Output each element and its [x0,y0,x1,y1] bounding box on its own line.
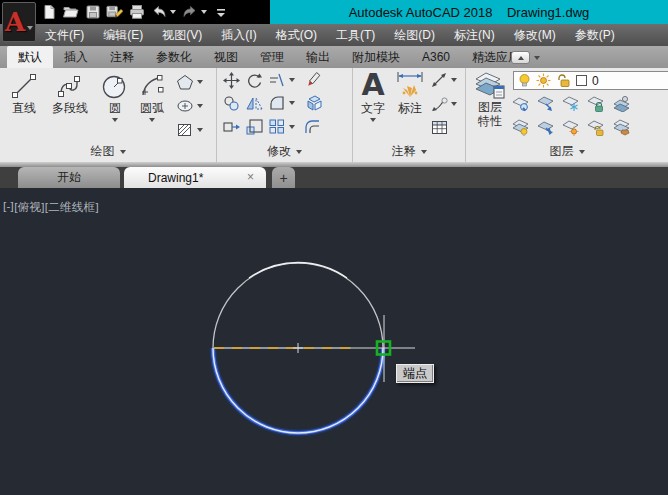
leader-tool[interactable] [431,96,457,112]
layer-freeze-tool[interactable] [561,95,580,112]
menu-parametric[interactable]: 参数(P) [575,27,615,44]
menu-format[interactable]: 格式(O) [276,27,317,44]
tab-insert[interactable]: 插入 [53,46,99,68]
new-drawing-tab-button[interactable]: + [272,167,295,188]
close-drawing-tab-button[interactable]: × [247,170,254,184]
layer-unlock-all-tool[interactable] [586,119,605,136]
panel-layers-label-button[interactable]: 图层 [466,144,668,159]
arc-tool[interactable]: 圆弧 [134,72,170,122]
linear-dimension-tool[interactable] [431,72,457,88]
tab-parametric[interactable]: 参数化 [145,46,203,68]
array-dropdown-icon[interactable] [289,125,295,129]
undo-button[interactable] [150,4,167,21]
layer-walk-tool[interactable] [612,119,631,136]
explode-tool[interactable] [303,94,323,112]
file-tab-drawing1[interactable]: Drawing1* × [124,167,266,188]
scale-tool[interactable] [246,119,263,135]
menu-dimension[interactable]: 标注(N) [454,27,495,44]
arc-dropdown-icon[interactable] [149,118,155,122]
array-tool[interactable] [269,119,285,134]
undo-dropdown-caret-icon[interactable] [170,10,176,14]
viewport-style-control[interactable]: [二维线框] [45,200,99,215]
menu-file[interactable]: 文件(F) [45,27,84,44]
layer-make-current-tool[interactable] [612,95,631,112]
panel-draw-label-button[interactable]: 绘图 [0,144,216,159]
redo-dropdown-caret-icon[interactable] [201,10,207,14]
panel-modify: 修改 [217,68,353,162]
trim-tool[interactable] [269,73,285,87]
layer-thaw-all-tool[interactable] [561,119,580,136]
layer-lock-tool[interactable] [586,95,605,112]
drawing-canvas[interactable]: [-] [俯视] [二维线框] 端点 [0,188,668,495]
layer-properties-tool[interactable]: 图层 特性 [470,70,510,128]
ribbon-collapse-button[interactable] [511,51,530,64]
ellipse-tool[interactable] [176,98,203,114]
fillet-dropdown-icon[interactable] [289,101,295,105]
plot-button[interactable] [128,4,145,21]
erase-tool[interactable] [303,71,323,89]
mirror-tool[interactable] [246,95,263,111]
circle-tool[interactable]: 圆 [98,72,132,122]
ellipse-dropdown-icon[interactable] [197,104,203,108]
layer-unisolate-tool[interactable] [536,119,555,136]
stretch-tool[interactable] [223,119,240,134]
offset-tool[interactable] [303,118,323,135]
viewport-pane-control[interactable]: [-] [3,200,14,215]
tab-a360[interactable]: A360 [411,46,461,68]
polygon-dropdown-icon[interactable] [197,80,203,84]
tab-annotate[interactable]: 注释 [99,46,145,68]
hatch-dropdown-icon[interactable] [197,128,203,132]
linear-dimension-dropdown-icon[interactable] [451,78,457,82]
layer-dropdown[interactable]: 0 [513,71,668,90]
menu-tools[interactable]: 工具(T) [336,27,375,44]
redo-button[interactable] [181,4,198,21]
new-drawing-button[interactable] [40,4,57,21]
drawing1-tab-label: Drawing1* [148,171,203,185]
customize-qat-button[interactable] [212,4,229,21]
application-menu-button[interactable]: A [2,2,36,42]
save-button[interactable] [84,4,101,21]
menu-view[interactable]: 视图(V) [162,27,202,44]
panel-annotate-label-button[interactable]: 注释 [353,144,465,159]
text-dropdown-icon[interactable] [370,118,376,122]
polyline-icon [56,72,84,100]
circle-entity-top-arc[interactable] [213,263,383,348]
menu-draw[interactable]: 绘图(D) [394,27,435,44]
copy-tool[interactable] [223,95,240,112]
layer-isolate-tool[interactable] [536,95,555,112]
panel-modify-label-button[interactable]: 修改 [217,144,352,159]
menu-edit[interactable]: 编辑(E) [103,27,143,44]
tab-addins[interactable]: 附加模块 [341,46,411,68]
hatch-tool[interactable] [176,122,203,138]
tab-home[interactable]: 默认 [7,46,53,68]
open-drawing-button[interactable] [62,4,79,21]
rotate-tool[interactable] [246,72,263,89]
panel-annotate-expand-icon [421,150,427,154]
panel-annotate-label: 注释 [392,143,416,160]
dimension-tool[interactable]: 标注 [393,70,427,115]
layer-on-all-tool[interactable] [511,119,530,136]
layer-off-tool[interactable] [511,95,530,112]
circle-icon [101,72,129,100]
viewport-view-control[interactable]: [俯视] [14,200,45,215]
leader-dropdown-icon[interactable] [451,102,457,106]
file-tab-start[interactable]: 开始 [18,167,120,188]
layer-unlock-all-icon [586,119,605,136]
table-tool[interactable] [431,120,448,135]
circle-dropdown-icon[interactable] [112,118,118,122]
selected-arc-entity[interactable] [213,348,383,433]
tab-output[interactable]: 输出 [295,46,341,68]
tab-manage[interactable]: 管理 [249,46,295,68]
polyline-tool[interactable]: 多段线 [44,72,96,115]
menu-modify[interactable]: 修改(M) [514,27,556,44]
tab-view[interactable]: 视图 [203,46,249,68]
menu-insert[interactable]: 插入(I) [221,27,256,44]
line-tool[interactable]: 直线 [4,72,44,115]
fillet-tool[interactable] [269,95,285,110]
text-tool[interactable]: A 文字 [357,70,389,122]
polygon-tool[interactable] [176,74,203,90]
move-tool[interactable] [223,72,240,89]
save-as-button[interactable] [106,4,123,21]
ribbon-collapse-dropdown-icon[interactable] [534,56,540,60]
trim-dropdown-icon[interactable] [289,78,295,82]
